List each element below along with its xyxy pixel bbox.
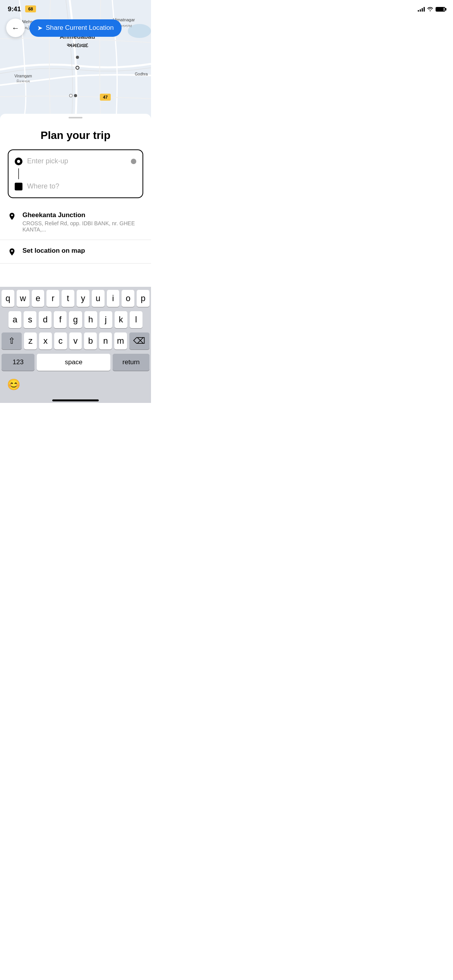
key-j[interactable]: j: [100, 311, 112, 328]
suggestion-address: CROSS, Relief Rd, opp. IDBI BANK, nr. GH…: [22, 220, 143, 233]
svg-point-16: [76, 56, 79, 59]
space-key[interactable]: space: [37, 354, 110, 371]
share-location-icon: ➤: [37, 24, 43, 32]
key-x[interactable]: x: [39, 332, 52, 350]
map-top-bar: ← ➤ Share Current Location: [0, 19, 151, 37]
share-location-button[interactable]: ➤ Share Current Location: [29, 19, 122, 37]
key-z[interactable]: z: [24, 332, 37, 350]
suggestions-list: Gheekanta Junction CROSS, Relief Rd, opp…: [0, 204, 151, 264]
spacer: [0, 264, 151, 287]
key-o[interactable]: o: [122, 290, 134, 307]
key-u[interactable]: u: [92, 290, 105, 307]
key-v[interactable]: v: [69, 332, 82, 350]
key-a[interactable]: a: [9, 311, 21, 328]
svg-text:અમદાવાદ: અમદાવાદ: [67, 42, 88, 48]
key-l[interactable]: l: [130, 311, 142, 328]
svg-point-17: [74, 94, 77, 97]
svg-text:વિરમગામ: વિરમગામ: [17, 79, 30, 83]
svg-text:Viramgam: Viramgam: [14, 74, 32, 78]
key-y[interactable]: y: [77, 290, 89, 307]
keyboard-row-3: ⇧ z x c v b n m ⌫: [2, 332, 149, 350]
key-h[interactable]: h: [84, 311, 97, 328]
set-location-label: Set location on map: [22, 247, 85, 255]
destination-placeholder[interactable]: Where to?: [27, 182, 59, 190]
keyboard-row-1: q w e r t y u i o p: [2, 290, 149, 307]
trip-input-box: Where to?: [8, 149, 143, 198]
key-s[interactable]: s: [24, 311, 36, 328]
key-r[interactable]: r: [46, 290, 59, 307]
home-indicator-bar: [0, 396, 151, 403]
keyboard-row-4: 123 space return: [2, 354, 149, 371]
keyboard-row-2: a s d f g h j k l: [2, 311, 149, 328]
key-k[interactable]: k: [115, 311, 127, 328]
status-bar: 9:41: [0, 0, 151, 15]
svg-text:47: 47: [103, 95, 108, 99]
numbers-key[interactable]: 123: [2, 354, 34, 371]
pickup-row: [15, 154, 136, 168]
page-title: Plan your trip: [8, 129, 143, 142]
shift-key[interactable]: ⇧: [2, 332, 22, 350]
key-t[interactable]: t: [62, 290, 74, 307]
map-section: 68 47 Ahmedabad અમદાવાદ Mehsana મહેસાણા …: [0, 0, 151, 120]
delete-key[interactable]: ⌫: [129, 332, 149, 350]
key-m[interactable]: m: [114, 332, 127, 350]
key-e[interactable]: e: [32, 290, 45, 307]
key-w[interactable]: w: [17, 290, 29, 307]
content-section: Plan your trip Where to?: [0, 120, 151, 198]
return-key[interactable]: return: [113, 354, 149, 371]
key-g[interactable]: g: [69, 311, 82, 328]
map-pin-icon: [8, 248, 16, 256]
key-q[interactable]: q: [2, 290, 14, 307]
destination-square-icon: [15, 183, 22, 190]
route-connector-line: [18, 168, 19, 179]
back-arrow-icon: ←: [12, 24, 19, 33]
key-c[interactable]: c: [54, 332, 67, 350]
pickup-dot-icon: [15, 158, 22, 165]
suggestion-content: Gheekanta Junction CROSS, Relief Rd, opp…: [22, 211, 143, 233]
emoji-button[interactable]: 😊: [6, 377, 21, 392]
share-location-label: Share Current Location: [46, 24, 114, 32]
key-n[interactable]: n: [99, 332, 112, 350]
status-time: 9:41: [8, 5, 21, 13]
key-f[interactable]: f: [54, 311, 67, 328]
pin-icon: [8, 212, 16, 221]
key-b[interactable]: b: [84, 332, 97, 350]
pickup-input[interactable]: [27, 157, 125, 165]
drag-indicator: [69, 117, 82, 118]
destination-row: Where to?: [15, 179, 136, 194]
set-location-item[interactable]: Set location on map: [0, 240, 151, 263]
suggestion-item[interactable]: Gheekanta Junction CROSS, Relief Rd, opp…: [0, 204, 151, 240]
key-i[interactable]: i: [107, 290, 120, 307]
svg-point-20: [76, 67, 79, 69]
svg-point-18: [69, 94, 72, 97]
back-button[interactable]: ←: [6, 19, 25, 37]
current-location-dot: [131, 159, 136, 164]
home-bar: [52, 399, 99, 401]
key-p[interactable]: p: [137, 290, 149, 307]
keyboard-bottom: 😊: [0, 374, 151, 396]
suggestion-name: Gheekanta Junction: [22, 211, 143, 219]
keyboard: q w e r t y u i o p a s d f g h j k l ⇧ …: [0, 287, 151, 374]
key-d[interactable]: d: [39, 311, 51, 328]
svg-text:Godhra: Godhra: [135, 72, 148, 76]
